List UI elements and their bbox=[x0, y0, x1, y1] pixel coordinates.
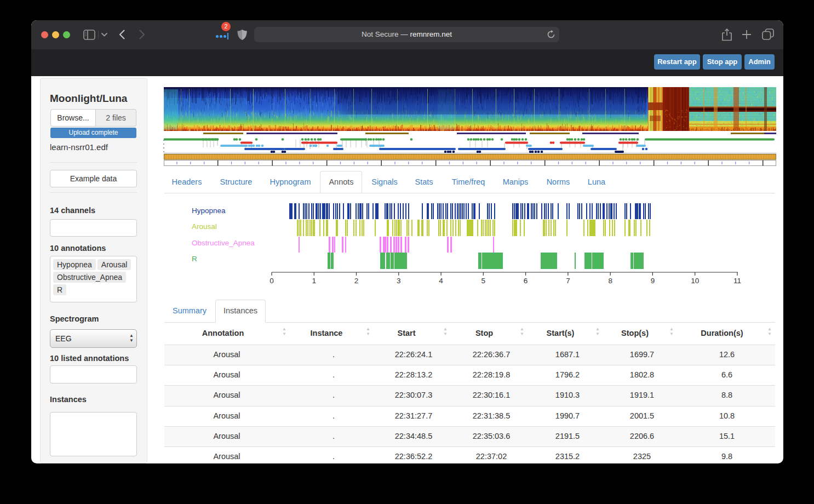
svg-text:7: 7 bbox=[566, 277, 570, 285]
svg-text:9: 9 bbox=[651, 277, 655, 285]
svg-text:4: 4 bbox=[439, 277, 443, 285]
svg-text:5: 5 bbox=[481, 277, 486, 285]
svg-text:8: 8 bbox=[608, 277, 612, 285]
svg-text:10: 10 bbox=[691, 277, 699, 285]
svg-text:3: 3 bbox=[397, 277, 401, 285]
svg-text:0: 0 bbox=[270, 277, 274, 285]
svg-text:1: 1 bbox=[312, 277, 317, 285]
svg-text:2: 2 bbox=[354, 277, 359, 285]
svg-text:11: 11 bbox=[733, 277, 741, 285]
svg-text:6: 6 bbox=[524, 277, 528, 285]
